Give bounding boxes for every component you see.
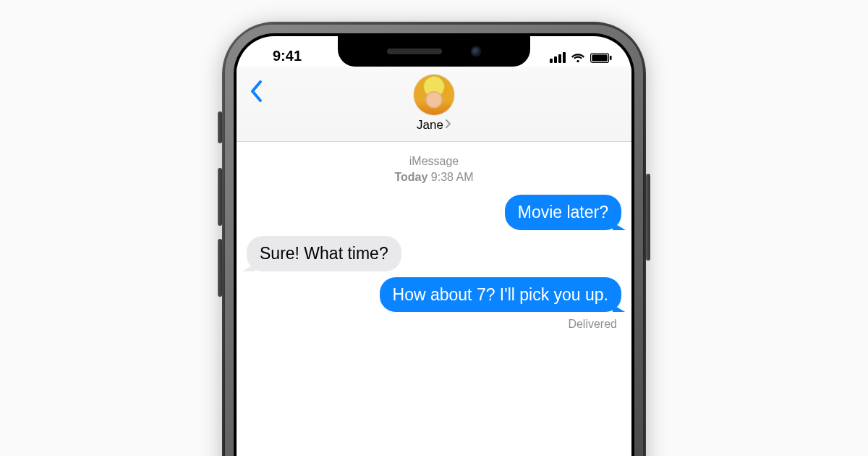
- volume-up-button[interactable]: [218, 168, 222, 226]
- svg-rect-2: [610, 56, 612, 60]
- received-bubble[interactable]: Sure! What time?: [247, 236, 401, 271]
- silence-switch[interactable]: [218, 111, 222, 143]
- wifi-icon: [570, 51, 586, 63]
- status-bar: 9:41: [237, 36, 631, 67]
- message-thread[interactable]: iMessage Today 9:38 AM Movie later? Sure…: [237, 142, 631, 342]
- volume-down-button[interactable]: [218, 239, 222, 297]
- contact-button[interactable]: Jane: [414, 75, 454, 132]
- screen: 9:41: [237, 36, 631, 456]
- contact-name-label: Jane: [417, 118, 443, 132]
- chevron-right-icon: [445, 118, 451, 132]
- message-text: Sure! What time?: [260, 244, 388, 263]
- battery-icon: [590, 53, 612, 63]
- back-button[interactable]: [250, 80, 263, 106]
- message-row: Sure! What time?: [247, 236, 621, 271]
- service-label: iMessage: [247, 153, 621, 169]
- status-time: 9:41: [237, 36, 338, 67]
- message-text: How about 7? I'll pick you up.: [393, 285, 608, 304]
- message-row: How about 7? I'll pick you up.: [247, 277, 621, 313]
- screen-bezel: 9:41: [234, 33, 634, 456]
- delivery-status: Delivered: [247, 318, 621, 331]
- sent-bubble[interactable]: How about 7? I'll pick you up.: [380, 277, 621, 313]
- sent-bubble[interactable]: Movie later?: [505, 195, 621, 230]
- conversation-header: Jane: [237, 67, 631, 142]
- message-text: Movie later?: [518, 203, 608, 221]
- message-row: Movie later?: [247, 195, 621, 230]
- avatar: [414, 75, 454, 115]
- power-button[interactable]: [646, 174, 650, 261]
- cellular-signal-icon: [550, 52, 566, 63]
- thread-day: Today: [394, 171, 427, 183]
- phone-frame: 9:41: [222, 22, 646, 456]
- svg-rect-1: [592, 54, 607, 61]
- thread-timestamp: iMessage Today 9:38 AM: [247, 153, 621, 185]
- clock-text: 9:41: [273, 48, 302, 64]
- thread-time: 9:38 AM: [431, 171, 474, 183]
